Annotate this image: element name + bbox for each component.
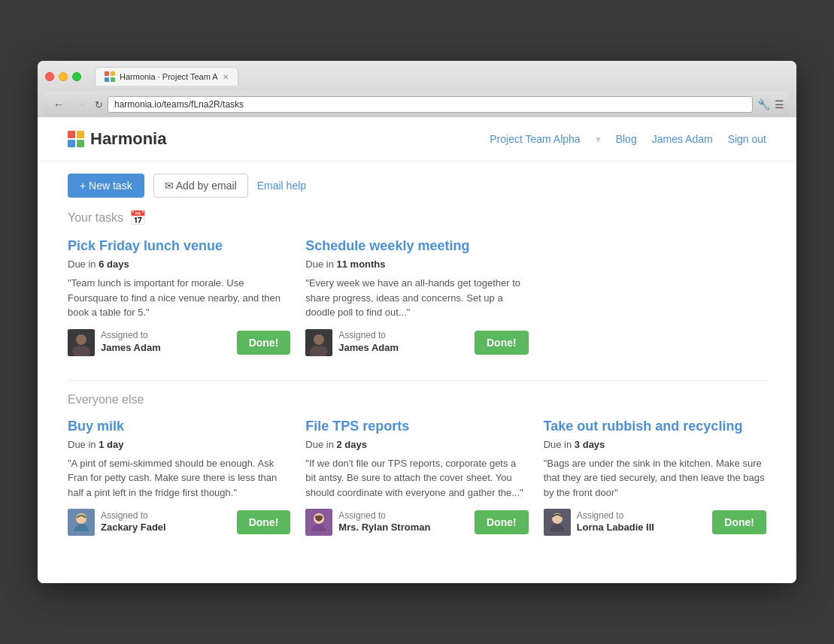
browser-window: Harmonia · Project Team A ✕ ← → ↻ 🔧 ☰	[38, 61, 796, 583]
toolbar: + New task ✉ Add by email Email help	[38, 162, 796, 210]
logo-text: Harmonia	[90, 129, 166, 149]
svg-rect-0	[105, 71, 109, 76]
close-button[interactable]	[45, 72, 54, 81]
maximize-button[interactable]	[72, 72, 81, 81]
task-title-rubbish[interactable]: Take out rubbish and recycling	[544, 419, 766, 434]
app-header: Harmonia Project Team Alpha ▾ Blog James…	[38, 117, 796, 162]
done-button-tps[interactable]: Done!	[475, 510, 529, 534]
task-desc-rubbish: "Bags are under the sink in the kitchen.…	[544, 456, 766, 500]
svg-point-5	[76, 334, 86, 345]
logo-square-green	[77, 140, 84, 147]
assigned-label: Assigned to	[101, 510, 148, 521]
avatar-rylan	[305, 509, 332, 536]
assignee-name: Mrs. Rylan Stroman	[338, 522, 430, 534]
tab-title: Harmonia · Project Team A	[120, 72, 218, 81]
calendar-icon[interactable]: 📅	[129, 210, 146, 226]
done-button-meeting[interactable]: Done!	[475, 331, 529, 355]
task-desc-milk: "A pint of semi-skimmed should be enough…	[68, 456, 290, 500]
task-card-tps: File TPS reports Due in 2 days "If we do…	[305, 419, 528, 537]
refresh-button[interactable]: ↻	[95, 99, 103, 110]
your-tasks-heading: Your tasks 📅	[68, 210, 766, 226]
assignee-tps: Assigned to Mrs. Rylan Stroman	[305, 509, 430, 536]
tab-close-icon[interactable]: ✕	[223, 73, 229, 81]
avatar-lorna	[544, 509, 571, 536]
forward-button[interactable]: →	[72, 97, 90, 112]
assignee-milk: Assigned to Zackary Fadel	[68, 509, 166, 536]
task-footer-rubbish: Assigned to Lorna Labadie III Done!	[544, 509, 766, 536]
due-value: 6 days	[99, 259, 129, 270]
done-button-milk[interactable]: Done!	[237, 510, 291, 534]
everyone-else-label: Everyone else	[68, 393, 144, 407]
svg-rect-3	[111, 77, 115, 82]
assignee-name: James Adam	[101, 342, 161, 355]
new-task-button[interactable]: + New task	[68, 174, 144, 198]
task-footer-milk: Assigned to Zackary Fadel Done!	[68, 509, 290, 536]
task-title-tps[interactable]: File TPS reports	[305, 419, 528, 434]
task-card-meeting: Schedule weekly meeting Due in 11 months…	[305, 238, 528, 356]
browser-titlebar: Harmonia · Project Team A ✕	[45, 67, 789, 86]
task-desc-lunch: "Team lunch is important for morale. Use…	[68, 276, 290, 320]
add-by-email-button[interactable]: ✉ Add by email	[153, 174, 248, 198]
task-desc-meeting: "Every week we have an all-hands get tog…	[305, 276, 528, 320]
due-label: Due in	[305, 259, 334, 270]
due-value: 1 day	[99, 439, 123, 450]
nav-signout[interactable]: Sign out	[728, 133, 766, 145]
assignee-name: Lorna Labadie III	[577, 522, 654, 534]
task-due-lunch: Due in 6 days	[68, 259, 290, 270]
assignee-text-lunch: Assigned to James Adam	[101, 330, 161, 354]
task-title-meeting[interactable]: Schedule weekly meeting	[305, 238, 528, 254]
logo-square-blue	[68, 140, 75, 147]
task-due-tps: Due in 2 days	[305, 439, 528, 450]
main-nav: Project Team Alpha ▾ Blog James Adam Sig…	[490, 133, 766, 145]
avatar-zackary	[68, 509, 95, 536]
task-footer-lunch: Assigned to James Adam Done!	[68, 329, 290, 356]
due-label: Due in	[68, 259, 96, 270]
your-tasks-label: Your tasks	[68, 211, 123, 225]
assignee-text-meeting: Assigned to James Adam	[338, 330, 399, 354]
browser-tabs: Harmonia · Project Team A ✕	[95, 67, 789, 86]
address-bar[interactable]	[108, 96, 753, 113]
back-button[interactable]: ←	[50, 97, 68, 112]
assigned-label: Assigned to	[577, 510, 624, 521]
due-label: Due in	[305, 439, 334, 450]
everyone-else-heading: Everyone else	[68, 393, 766, 407]
email-help-link[interactable]: Email help	[257, 180, 306, 192]
task-title-milk[interactable]: Buy milk	[68, 419, 290, 434]
task-card-milk: Buy milk Due in 1 day "A pint of semi-sk…	[68, 419, 290, 537]
logo: Harmonia	[68, 129, 490, 149]
section-divider	[68, 380, 766, 381]
browser-chrome: Harmonia · Project Team A ✕ ← → ↻ 🔧 ☰	[38, 61, 796, 117]
due-value: 11 months	[337, 259, 386, 270]
task-card-lunch: Pick Friday lunch venue Due in 6 days "T…	[68, 238, 290, 356]
done-button-lunch[interactable]: Done!	[237, 331, 291, 355]
tools-icon[interactable]: 🔧	[757, 98, 770, 110]
svg-rect-1	[111, 71, 115, 76]
logo-square-red	[68, 131, 75, 138]
browser-controls: ← → ↻ 🔧 ☰	[45, 92, 789, 117]
page-content: Harmonia Project Team Alpha ▾ Blog James…	[38, 117, 796, 583]
due-label: Due in	[68, 439, 96, 450]
browser-tab-active[interactable]: Harmonia · Project Team A ✕	[95, 67, 238, 86]
svg-rect-2	[105, 77, 109, 82]
assigned-label: Assigned to	[101, 330, 148, 340]
nav-chevron: ▾	[596, 133, 601, 145]
minimize-button[interactable]	[59, 72, 68, 81]
assignee-lunch: Assigned to James Adam	[68, 329, 161, 356]
assignee-meeting: Assigned to James Adam	[305, 329, 399, 356]
nav-blog[interactable]: Blog	[616, 133, 637, 145]
task-footer-tps: Assigned to Mrs. Rylan Stroman Done!	[305, 509, 528, 536]
menu-icon[interactable]: ☰	[775, 98, 784, 110]
nav-project-team[interactable]: Project Team Alpha	[490, 133, 580, 145]
assignee-name: Zackary Fadel	[101, 522, 166, 534]
due-value: 2 days	[337, 439, 367, 450]
due-value: 3 days	[575, 439, 605, 450]
svg-point-8	[314, 334, 324, 345]
task-footer-meeting: Assigned to James Adam Done!	[305, 329, 528, 356]
assigned-label: Assigned to	[338, 330, 386, 340]
assignee-name: James Adam	[338, 342, 399, 355]
nav-user[interactable]: James Adam	[652, 133, 713, 145]
done-button-rubbish[interactable]: Done!	[712, 510, 766, 534]
task-due-milk: Due in 1 day	[68, 439, 290, 450]
assignee-text-rubbish: Assigned to Lorna Labadie III	[577, 510, 654, 534]
task-title-lunch[interactable]: Pick Friday lunch venue	[68, 238, 290, 254]
